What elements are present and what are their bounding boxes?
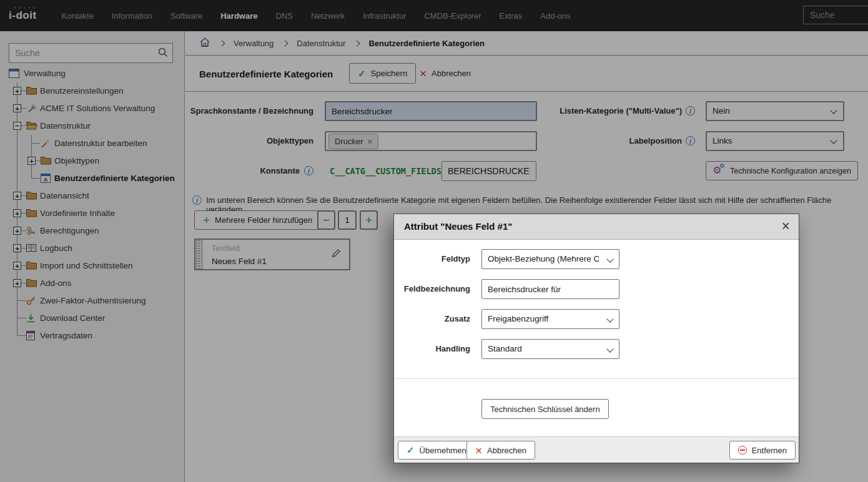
minus-circle-icon xyxy=(738,446,747,455)
dialog-title: Attribut "Neues Feld #1" xyxy=(404,221,512,232)
apply-button[interactable]: ✓ Übernehmen xyxy=(398,441,475,460)
close-icon[interactable]: × xyxy=(782,219,790,234)
change-technical-key-button[interactable]: Technischen Schlüssel ändern xyxy=(481,399,609,419)
feldbezeichnung-input[interactable] xyxy=(481,279,619,299)
chevron-down-icon xyxy=(606,345,613,352)
app-window: i-doit Kontakte Information Software Har… xyxy=(0,0,868,482)
chevron-down-icon xyxy=(606,255,613,262)
dialog-cancel-button[interactable]: × Abbrechen xyxy=(466,441,535,460)
feldtyp-label: Feldtyp xyxy=(394,249,470,269)
dialog-header: Attribut "Neues Feld #1" × xyxy=(394,214,799,240)
zusatz-select[interactable]: Freigabenzugriff xyxy=(481,309,619,329)
handling-label: Handling xyxy=(394,339,470,359)
x-icon: × xyxy=(475,446,482,455)
remove-button[interactable]: Entfernen xyxy=(729,441,796,460)
handling-select[interactable]: Standard xyxy=(481,339,619,359)
feldbezeichnung-label: Feldbezeichnung xyxy=(394,279,470,299)
zusatz-label: Zusatz xyxy=(394,309,470,329)
check-icon: ✓ xyxy=(407,445,415,456)
dialog-footer: ✓ Übernehmen × Abbrechen Entfernen xyxy=(394,436,799,463)
chevron-down-icon xyxy=(606,315,613,322)
dialog-divider xyxy=(394,378,799,379)
feldtyp-select[interactable]: Objekt-Beziehung (Mehrere Obj xyxy=(481,249,619,269)
attribute-dialog: Attribut "Neues Feld #1" × Feldtyp Objek… xyxy=(393,214,799,463)
